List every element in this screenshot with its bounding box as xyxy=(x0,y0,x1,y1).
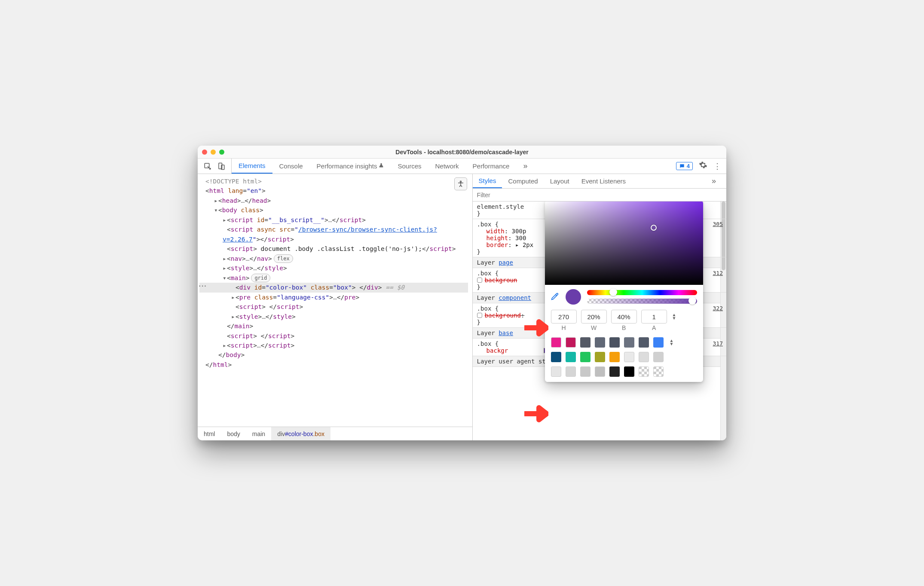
picker-w-input[interactable]: 20% xyxy=(581,310,607,324)
dom-script-4[interactable]: <script> </script> xyxy=(199,302,468,311)
tab-sources[interactable]: Sources xyxy=(391,159,428,174)
dom-html-close[interactable]: </html> xyxy=(199,360,468,369)
crumb-body[interactable]: body xyxy=(221,427,246,440)
palette-swatch[interactable] xyxy=(551,352,561,362)
layer-base-link[interactable]: base xyxy=(499,330,513,336)
palette-swatch[interactable] xyxy=(624,366,634,377)
palette-swatch[interactable] xyxy=(639,352,649,362)
color-field[interactable] xyxy=(545,201,703,285)
dom-script-6[interactable]: ▸<script>…</script> xyxy=(199,341,468,350)
format-stepper[interactable]: ▲▼ xyxy=(672,313,676,320)
dom-html-open[interactable]: <html lang="en"> xyxy=(199,186,468,195)
kebab-icon[interactable]: ⋮ xyxy=(713,162,721,171)
palette-swatch[interactable] xyxy=(580,366,591,377)
palette-stepper[interactable]: ▲▼ xyxy=(670,339,674,346)
crumb-html[interactable]: html xyxy=(198,427,221,440)
picker-a-input[interactable]: 1 xyxy=(641,310,667,324)
more-tabs-icon[interactable]: » xyxy=(516,159,534,174)
dom-main-close[interactable]: </main> xyxy=(199,321,468,331)
tab-computed[interactable]: Computed xyxy=(502,174,544,188)
device-toolbar-icon[interactable] xyxy=(217,162,225,170)
palette-swatch[interactable] xyxy=(639,366,649,377)
palette-swatch[interactable] xyxy=(624,337,634,348)
palette-swatch[interactable] xyxy=(639,337,649,348)
prop-bg-comp: background xyxy=(485,312,521,319)
palette-swatch[interactable] xyxy=(551,366,561,377)
dom-head[interactable]: ▸<head>…</head> xyxy=(199,196,468,205)
inline-js: document .body .classList .toggle('no-js… xyxy=(257,245,422,252)
tab-event-listeners[interactable]: Event Listeners xyxy=(575,174,632,188)
val-width: : 300p xyxy=(505,228,526,235)
alpha-slider[interactable] xyxy=(587,299,697,304)
accessibility-tree-icon[interactable] xyxy=(454,177,467,190)
dom-doctype[interactable]: <!DOCTYPE html> xyxy=(199,177,468,186)
svg-point-3 xyxy=(460,181,461,182)
palette-swatch[interactable] xyxy=(566,352,576,362)
tab-network[interactable]: Network xyxy=(428,159,466,174)
dom-script-async[interactable]: <script async src="/browser-sync/browser… xyxy=(199,225,468,244)
messages-count: 4 xyxy=(687,163,690,169)
dom-selected-div[interactable]: <div id="color-box" class="box"> </div> … xyxy=(199,283,468,292)
tab-styles[interactable]: Styles xyxy=(473,174,502,188)
dom-body-open[interactable]: ▾<body class> xyxy=(199,205,468,215)
src-link-322[interactable]: 322 xyxy=(713,305,723,311)
hue-handle[interactable] xyxy=(609,288,617,296)
palette-swatch[interactable] xyxy=(609,352,620,362)
dom-style-1[interactable]: ▸<style>…</style> xyxy=(199,263,468,273)
label-a: A xyxy=(641,324,667,331)
alpha-handle[interactable] xyxy=(688,297,696,305)
toggle-checkbox[interactable] xyxy=(477,313,482,318)
palette-swatch[interactable] xyxy=(653,337,664,348)
label-w: W xyxy=(581,324,607,331)
elements-tree[interactable]: <!DOCTYPE html> <html lang="en"> ▸<head>… xyxy=(198,174,472,427)
eyedropper-icon[interactable] xyxy=(551,292,560,302)
palette-swatch[interactable] xyxy=(595,337,605,348)
src-link-317[interactable]: 317 xyxy=(713,340,723,347)
hue-slider[interactable] xyxy=(587,290,697,295)
dom-main-open[interactable]: ▾<main>grid xyxy=(199,273,468,283)
gear-icon[interactable] xyxy=(699,161,707,171)
src-link-305[interactable]: 305 xyxy=(713,221,723,227)
dom-script-bs[interactable]: ▸<script id="__bs_script__">…</script> xyxy=(199,215,468,225)
picker-b-input[interactable]: 40% xyxy=(611,310,637,324)
toggle-checkbox[interactable] xyxy=(477,278,482,283)
dom-script-inline[interactable]: <script> document .body .classList .togg… xyxy=(199,244,468,253)
dom-style-2[interactable]: ▸<style>…</style> xyxy=(199,312,468,321)
palette-swatch[interactable] xyxy=(653,366,664,377)
palette-swatch[interactable] xyxy=(566,337,576,348)
src-link-312[interactable]: 312 xyxy=(713,270,723,276)
tab-performance[interactable]: Performance xyxy=(466,159,517,174)
palette-swatch[interactable] xyxy=(653,352,664,362)
dom-script-5[interactable]: <script> </script> xyxy=(199,331,468,341)
selector-element-style: element.style xyxy=(477,203,524,210)
picker-h-input[interactable]: 270 xyxy=(551,310,577,324)
palette-section: ▲▼ xyxy=(545,336,703,382)
layer-components-link[interactable]: component xyxy=(499,294,531,301)
palette-swatch[interactable] xyxy=(551,337,561,348)
color-field-cursor[interactable] xyxy=(651,225,657,231)
palette-swatch[interactable] xyxy=(624,352,634,362)
palette-swatch[interactable] xyxy=(609,366,620,377)
tab-performance-insights[interactable]: Performance insights xyxy=(310,159,391,174)
crumb-selected[interactable]: div#color-box.box xyxy=(271,427,330,440)
palette-swatch[interactable] xyxy=(595,366,605,377)
styles-panel: Styles Computed Layout Event Listeners »… xyxy=(473,174,726,440)
messages-badge[interactable]: 4 xyxy=(676,162,693,170)
palette-swatch[interactable] xyxy=(609,337,620,348)
palette-swatch[interactable] xyxy=(595,352,605,362)
palette-swatch[interactable] xyxy=(566,366,576,377)
inspect-element-icon[interactable] xyxy=(204,162,211,170)
palette-swatch[interactable] xyxy=(580,352,591,362)
tab-elements[interactable]: Elements xyxy=(232,159,272,174)
crumb-main[interactable]: main xyxy=(246,427,271,440)
layer-page-link[interactable]: page xyxy=(499,259,513,266)
tab-layout[interactable]: Layout xyxy=(544,174,575,188)
styles-more-tabs-icon[interactable]: » xyxy=(706,174,722,188)
styles-filter-row xyxy=(473,189,726,201)
dom-body-close[interactable]: </body> xyxy=(199,350,468,360)
styles-filter-input[interactable] xyxy=(473,192,726,198)
dom-nav[interactable]: ▸<nav>…</nav>flex xyxy=(199,254,468,263)
tab-console[interactable]: Console xyxy=(272,159,310,174)
palette-swatch[interactable] xyxy=(580,337,591,348)
dom-pre[interactable]: ▸<pre class="language-css">…</pre> xyxy=(199,293,468,302)
